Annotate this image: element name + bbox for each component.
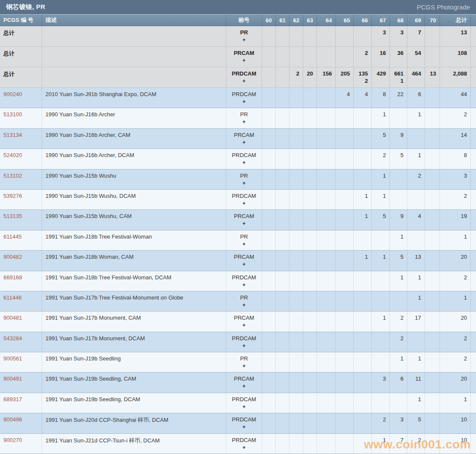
- pcgs-number-link[interactable]: 900270: [0, 434, 42, 454]
- coin-description: 1990 Yuan Sun-J15b Wushu, CAM: [42, 210, 226, 230]
- grade-65-count: [335, 332, 353, 352]
- grade-63-count: [303, 88, 316, 108]
- designation-cell: PRDCAM+: [226, 413, 262, 433]
- grade-61-count: [275, 67, 289, 88]
- pcgs-number-link[interactable]: 689317: [0, 393, 42, 413]
- grade-69-count: 7: [407, 26, 425, 46]
- total-count: 2: [440, 352, 470, 372]
- pcgs-number-link[interactable]: 513134: [0, 129, 42, 148]
- grade-68-count: [389, 108, 407, 128]
- pcgs-number-link[interactable]: 900240: [0, 88, 42, 108]
- grade-70-count: [425, 312, 440, 331]
- grade-69-count: 1: [407, 271, 425, 291]
- pcgs-number-link[interactable]: 611445: [0, 230, 42, 250]
- column-header-grade-65: 65: [335, 15, 353, 26]
- designation-cell: PRCAM+: [226, 312, 262, 331]
- pcgs-number-link[interactable]: 900481: [0, 312, 42, 331]
- grade-62-count: [289, 271, 303, 291]
- total-count: 19: [440, 210, 470, 230]
- grade-70-count: [425, 190, 440, 209]
- grade-70-count: [425, 372, 440, 392]
- plus-designation-label: +: [242, 301, 246, 309]
- grade-70-count: [425, 251, 440, 270]
- pcgs-number-link[interactable]: 513135: [0, 210, 42, 230]
- pcgs-number-link[interactable]: 900491: [0, 372, 42, 392]
- grade-61-count: [275, 291, 289, 311]
- column-header-grade-66: 66: [353, 15, 371, 26]
- designation-cell: PRDCAM+: [226, 149, 262, 169]
- pcgs-number-link[interactable]: 900482: [0, 251, 42, 270]
- grade-68-count: 5: [389, 251, 407, 270]
- total-count: 8: [440, 149, 470, 169]
- plus-designation-label: +: [242, 362, 246, 369]
- coin-description: 1990 Yuan Sun-J15b Wushu: [42, 169, 226, 189]
- grade-67-count: 5: [371, 210, 389, 230]
- grade-62-count: 2: [289, 67, 303, 88]
- grade-63-count: 20: [303, 67, 316, 88]
- grade-64-count: [316, 169, 335, 189]
- designation-label: PR: [240, 355, 248, 362]
- column-header-grade-70: 70: [425, 15, 440, 26]
- pcgs-number-link[interactable]: 611446: [0, 291, 42, 311]
- grade-69-count: 2: [407, 169, 425, 189]
- grade-60-count: [262, 271, 275, 291]
- grade-67-count: 8: [371, 88, 389, 108]
- pcgs-number-link[interactable]: 513100: [0, 108, 42, 128]
- pcgs-number-link[interactable]: 900496: [0, 413, 42, 433]
- grade-65-count: [335, 413, 353, 433]
- total-count: 44: [440, 88, 470, 108]
- pcgs-number-link[interactable]: 524020: [0, 149, 42, 169]
- grade-67-count: [371, 271, 389, 291]
- coin-description: 1990 Yuan Sun-J16b Archer: [42, 108, 226, 128]
- row-end-spacer: [470, 149, 476, 169]
- grade-68-count: 36: [389, 47, 407, 67]
- grade-66-count: 1: [353, 210, 371, 230]
- pcgs-photograde-link[interactable]: PCGS Photograde: [417, 3, 470, 11]
- grade-68-count: [389, 393, 407, 413]
- designation-cell: PR+: [226, 230, 262, 250]
- grade-63-count: [303, 434, 316, 454]
- designation-label: PR: [240, 233, 248, 240]
- pcgs-number-link[interactable]: 669168: [0, 271, 42, 291]
- coin-description: [42, 26, 226, 46]
- designation-label: PRCAM: [234, 375, 254, 382]
- grade-65-count: [335, 26, 353, 46]
- grade-62-count: [289, 210, 303, 230]
- row-end-spacer: [470, 291, 476, 311]
- pcgs-number-link[interactable]: 513102: [0, 169, 42, 189]
- grade-67-count: 1: [371, 169, 389, 189]
- total-count: 108: [440, 47, 470, 67]
- grade-65-count: [335, 251, 353, 270]
- column-header-designation: 称号: [226, 15, 262, 26]
- grade-68-count: 22: [389, 88, 407, 108]
- table-row: 9002402010 Yuan Sun-J91b Shanghai Expo, …: [0, 88, 476, 108]
- grade-68-count: 2: [389, 332, 407, 352]
- grade-61-count: [275, 271, 289, 291]
- designation-label: PRDCAM: [232, 416, 256, 423]
- grade-68-count: [389, 291, 407, 311]
- grade-66-count: [353, 129, 371, 148]
- table-row: 6114451991 Yuan Sun-J18b Tree Festival-W…: [0, 230, 476, 251]
- grade-63-count: [303, 372, 316, 392]
- pcgs-number-link[interactable]: 543284: [0, 332, 42, 352]
- grade-62-count: [289, 352, 303, 372]
- grade-61-count: [275, 149, 289, 169]
- grade-61-count: [275, 332, 289, 352]
- plus-designation-label: +: [242, 382, 246, 390]
- pcgs-number-link[interactable]: 900561: [0, 352, 42, 372]
- grade-68-count: 5: [389, 149, 407, 169]
- grade-66-count: [353, 332, 371, 352]
- pcgs-number-link[interactable]: 539276: [0, 190, 42, 209]
- coin-description: 1991 Yuan Sun-J18b Woman, CAM: [42, 251, 226, 270]
- grade-68-count: 2: [389, 312, 407, 331]
- column-header-grade-68: 68: [389, 15, 407, 26]
- grade-69-count: 1: [407, 393, 425, 413]
- grade-70-count: [425, 47, 440, 67]
- grade-66-count: 1: [353, 251, 371, 270]
- total-count: 1: [440, 230, 470, 250]
- grade-63-count: [303, 169, 316, 189]
- grade-65-count: [335, 291, 353, 311]
- grade-64-count: [316, 230, 335, 250]
- grade-62-count: [289, 372, 303, 392]
- grade-66-count: [353, 230, 371, 250]
